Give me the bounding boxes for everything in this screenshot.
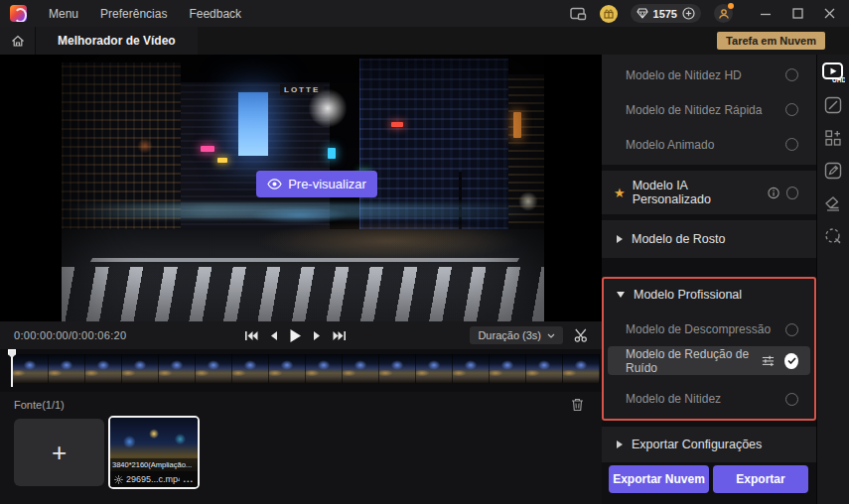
titlebar-right: 1575 bbox=[570, 0, 849, 27]
eye-icon bbox=[267, 179, 282, 189]
play-button[interactable] bbox=[289, 328, 302, 343]
adjust-sliders-icon[interactable] bbox=[762, 354, 775, 367]
model-label: Modelo de Nitidez Rápida bbox=[626, 103, 762, 117]
source-thumbnail[interactable]: 3840*2160(Ampliação... 29695...c.mp4 ... bbox=[108, 416, 200, 489]
screen-mirror-icon[interactable] bbox=[570, 7, 587, 21]
edit-pencil-icon bbox=[824, 162, 842, 180]
star-icon: ★ bbox=[614, 187, 626, 199]
curve-icon bbox=[824, 96, 842, 114]
custom-model-label: Modelo IA Personalizado bbox=[633, 179, 761, 206]
plus-icon: + bbox=[52, 438, 67, 468]
playback-controls bbox=[244, 321, 347, 349]
thumbnail-filename: 29695...c.mp4 bbox=[126, 474, 180, 484]
preview-stage: LOTTE Pre-visualizar 0:00:00:00/0:00:06:… bbox=[0, 55, 602, 504]
credits-pill[interactable]: 1575 bbox=[631, 4, 701, 23]
more-button[interactable]: ... bbox=[183, 476, 194, 482]
tool-rail: UHD bbox=[816, 55, 849, 504]
model-list-section: Modelo de Nitidez HD Modelo de Nitidez R… bbox=[602, 55, 816, 165]
radio-unchecked[interactable] bbox=[785, 68, 798, 81]
skip-end-button[interactable] bbox=[333, 330, 347, 341]
tool-video-enhance-uhd[interactable]: UHD bbox=[821, 62, 845, 83]
tool-frame-rate[interactable] bbox=[821, 94, 845, 116]
model-label: Modelo de Nitidez bbox=[626, 392, 721, 406]
tool-edit[interactable] bbox=[821, 160, 845, 182]
model-row-animado[interactable]: Modelo Animado bbox=[602, 127, 816, 162]
duration-dropdown[interactable]: Duração (3s) bbox=[470, 326, 563, 344]
face-model-header[interactable]: Modelo de Rosto bbox=[602, 220, 816, 258]
tab-label: Melhorador de Vídeo bbox=[58, 34, 176, 48]
cloud-task-button[interactable]: Tarefa em Nuvem bbox=[717, 32, 825, 50]
source-title: Fonte(1/1) bbox=[14, 399, 65, 411]
account-icon[interactable] bbox=[714, 4, 733, 23]
gear-icon[interactable] bbox=[114, 475, 123, 484]
svg-text:UHD: UHD bbox=[832, 76, 845, 83]
skip-start-button[interactable] bbox=[244, 330, 258, 341]
info-icon[interactable] bbox=[768, 187, 779, 199]
model-row-nitidez[interactable]: Modelo de Nitidez bbox=[608, 384, 810, 414]
credits-count: 1575 bbox=[653, 8, 677, 20]
export-settings-header[interactable]: Exportar Configurações bbox=[602, 427, 816, 462]
promo-gift-icon[interactable] bbox=[600, 5, 618, 23]
chevron-down-icon bbox=[547, 333, 555, 338]
preview-button[interactable]: Pre-visualizar bbox=[256, 171, 377, 197]
tool-batch-add[interactable] bbox=[821, 127, 845, 149]
professional-model-header[interactable]: Modelo Profissional bbox=[617, 283, 742, 307]
trim-button[interactable] bbox=[574, 328, 589, 342]
playhead-line bbox=[11, 357, 13, 387]
step-back-button[interactable] bbox=[269, 330, 278, 341]
model-label: Modelo Animado bbox=[626, 138, 714, 152]
transport-right: Duração (3s) bbox=[470, 326, 602, 344]
tab-bar: Melhorador de Vídeo Tarefa em Nuvem bbox=[0, 27, 849, 55]
menu-button[interactable]: Menu bbox=[49, 7, 78, 21]
radio-unchecked[interactable] bbox=[785, 393, 798, 406]
professional-model-label: Modelo Profissional bbox=[634, 288, 742, 302]
model-label: Modelo de Nitidez HD bbox=[626, 68, 742, 82]
model-row-descompressao[interactable]: Modelo de Descompressão bbox=[608, 315, 810, 344]
export-cloud-button[interactable]: Exportar Nuvem bbox=[609, 465, 709, 493]
preview-button-label: Pre-visualizar bbox=[288, 177, 366, 191]
step-forward-button[interactable] bbox=[313, 330, 322, 341]
delete-button[interactable] bbox=[571, 398, 584, 412]
radio-unchecked[interactable] bbox=[785, 138, 798, 151]
caret-right-icon bbox=[617, 235, 623, 243]
notification-dot bbox=[728, 3, 734, 9]
add-source-button[interactable]: + bbox=[14, 419, 104, 486]
custom-ai-model-row[interactable]: ★ Modelo IA Personalizado bbox=[602, 171, 816, 214]
home-button[interactable] bbox=[0, 27, 36, 55]
model-row-nitidez-rapida[interactable]: Modelo de Nitidez Rápida bbox=[602, 92, 816, 127]
caret-right-icon bbox=[617, 441, 623, 448]
magic-select-icon bbox=[824, 227, 842, 245]
timeline bbox=[0, 349, 602, 392]
export-button[interactable]: Exportar bbox=[713, 465, 808, 493]
tool-eraser[interactable] bbox=[821, 192, 845, 214]
radio-unchecked[interactable] bbox=[785, 323, 798, 336]
model-row-nitidez-hd[interactable]: Modelo de Nitidez HD bbox=[602, 58, 816, 92]
minimize-button[interactable] bbox=[756, 8, 776, 20]
eraser-icon bbox=[824, 195, 842, 211]
add-credits-icon[interactable] bbox=[682, 7, 695, 20]
resolution-badge: 3840*2160(Ampliação... bbox=[110, 458, 198, 471]
app-logo-icon bbox=[10, 5, 27, 22]
caret-down-icon bbox=[617, 292, 625, 298]
radio-unchecked[interactable] bbox=[785, 103, 798, 116]
close-button[interactable] bbox=[820, 8, 839, 19]
radio-checked-icon[interactable] bbox=[784, 353, 798, 369]
radio-unchecked[interactable] bbox=[786, 187, 798, 199]
gem-icon bbox=[637, 8, 648, 19]
title-bar: Menu Preferências Feedback 1575 bbox=[0, 0, 849, 27]
preferences-button[interactable]: Preferências bbox=[100, 7, 167, 21]
tool-smart-select[interactable] bbox=[821, 225, 845, 247]
filmstrip[interactable] bbox=[11, 354, 600, 383]
face-model-label: Modelo de Rosto bbox=[632, 232, 726, 246]
model-row-reducao-ruido-selected[interactable]: Modelo de Redução de Ruído bbox=[608, 346, 810, 375]
tab-video-enhancer[interactable]: Melhorador de Vídeo bbox=[36, 27, 198, 55]
playhead[interactable] bbox=[8, 349, 16, 389]
feedback-button[interactable]: Feedback bbox=[189, 7, 241, 21]
maximize-button[interactable] bbox=[788, 8, 807, 19]
transport-bar: 0:00:00:00/0:00:06:20 Duração (3s) bbox=[0, 321, 602, 349]
thumbnail-footer: 29695...c.mp4 ... bbox=[110, 471, 198, 487]
duration-label: Duração (3s) bbox=[478, 329, 541, 341]
professional-model-section: Modelo Profissional Modelo de Descompres… bbox=[602, 277, 816, 421]
trash-icon bbox=[571, 398, 584, 412]
video-preview: LOTTE Pre-visualizar bbox=[62, 55, 544, 321]
